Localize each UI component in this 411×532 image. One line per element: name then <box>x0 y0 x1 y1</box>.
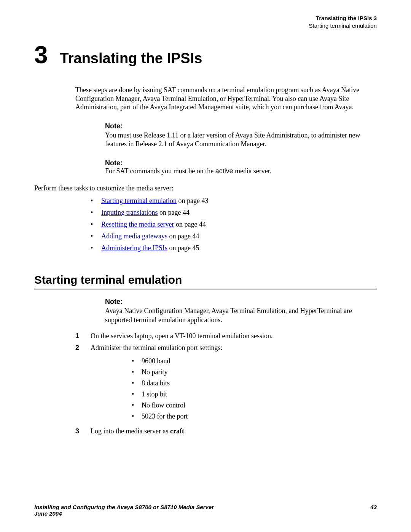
footer-date: June 2004 <box>34 510 214 517</box>
link-administering-ipsis[interactable]: Administering the IPSIs <box>101 244 167 252</box>
perform-tasks-text: Perform these tasks to customize the med… <box>34 184 377 192</box>
page-footer: Installing and Configuring the Avaya S87… <box>34 504 377 517</box>
list-item: Adding media gateways on page 44 <box>91 232 377 240</box>
header-chapter-line: Translating the IPSIs 3 <box>34 14 377 22</box>
list-item: No flow control <box>132 401 377 409</box>
note-text: Avaya Native Configuration Manager, Avay… <box>105 307 377 324</box>
list-item-suffix: on page 45 <box>167 244 199 252</box>
chapter-title: Translating the IPSIs <box>60 50 202 67</box>
link-adding-media-gateways[interactable]: Adding media gateways <box>101 232 167 240</box>
steps-list: 1 On the services laptop, open a VT-100 … <box>75 332 377 435</box>
list-item-suffix: on page 44 <box>174 220 206 228</box>
step-text: Log into the media server as craft. <box>91 427 377 435</box>
note-label: Note: <box>105 298 377 306</box>
footer-doc-title: Installing and Configuring the Avaya S87… <box>34 504 214 510</box>
step-number: 1 <box>75 332 91 340</box>
page-header: Translating the IPSIs 3 Starting termina… <box>34 14 377 29</box>
step-2: 2 Administer the terminal emulation port… <box>75 344 377 423</box>
header-sub-line: Starting terminal emulation <box>34 22 377 30</box>
note-text: You must use Release 1.11 or a later ver… <box>105 131 377 149</box>
link-resetting-media-server[interactable]: Resetting the media server <box>101 220 174 228</box>
list-item: 9600 baud <box>132 357 377 365</box>
task-list: Starting terminal emulation on page 43 I… <box>91 197 377 252</box>
link-inputing-translations[interactable]: Inputing translations <box>101 209 158 216</box>
note-block-2: Note: For SAT commands you must be on th… <box>105 159 377 175</box>
step-3: 3 Log into the media server as craft. <box>75 427 377 435</box>
list-item: 5023 for the port <box>132 412 377 420</box>
note-label: Note: <box>105 122 377 130</box>
list-item: Resetting the media server on page 44 <box>91 220 377 228</box>
note-label: Note: <box>105 159 377 167</box>
port-settings-list: 9600 baud No parity 8 data bits 1 stop b… <box>132 357 377 420</box>
link-starting-terminal-emulation[interactable]: Starting terminal emulation <box>101 197 177 204</box>
document-page: Translating the IPSIs 3 Starting termina… <box>0 0 411 435</box>
step-3-suffix: . <box>184 427 186 435</box>
note-block-3: Note: Avaya Native Configuration Manager… <box>105 298 377 324</box>
list-item: No parity <box>132 368 377 376</box>
note2-suffix: media server. <box>233 167 271 175</box>
step-3-bold: craft <box>170 427 184 435</box>
note2-prefix: For SAT commands you must be on the <box>105 167 215 175</box>
list-item: Administering the IPSIs on page 45 <box>91 244 377 252</box>
step-text: Administer the terminal emulation port s… <box>91 344 377 423</box>
list-item: Inputing translations on page 44 <box>91 209 377 217</box>
step-2-text: Administer the terminal emulation port s… <box>91 344 222 351</box>
note-block-1: Note: You must use Release 1.11 or a lat… <box>105 122 377 149</box>
list-item: 8 data bits <box>132 379 377 387</box>
step-3-prefix: Log into the media server as <box>91 427 170 435</box>
list-item: 1 stop bit <box>132 390 377 398</box>
step-1: 1 On the services laptop, open a VT-100 … <box>75 332 377 340</box>
step-text: On the services laptop, open a VT-100 te… <box>91 332 377 340</box>
step-number: 2 <box>75 344 91 423</box>
intro-paragraph: These steps are done by issuing SAT comm… <box>75 86 377 112</box>
footer-left: Installing and Configuring the Avaya S87… <box>34 504 214 517</box>
note-text: For SAT commands you must be on the acti… <box>105 167 377 175</box>
step-number: 3 <box>75 427 91 435</box>
section-heading: Starting terminal emulation <box>34 273 377 286</box>
footer-page-number: 43 <box>370 504 377 510</box>
chapter-heading-row: 3 Translating the IPSIs <box>34 41 377 69</box>
list-item-suffix: on page 44 <box>158 209 189 216</box>
section-rule <box>34 289 377 289</box>
list-item: Starting terminal emulation on page 43 <box>91 197 377 205</box>
list-item-suffix: on page 44 <box>167 232 199 240</box>
chapter-number: 3 <box>34 41 47 69</box>
note2-codeword: active <box>215 167 233 175</box>
list-item-suffix: on page 43 <box>177 197 208 204</box>
